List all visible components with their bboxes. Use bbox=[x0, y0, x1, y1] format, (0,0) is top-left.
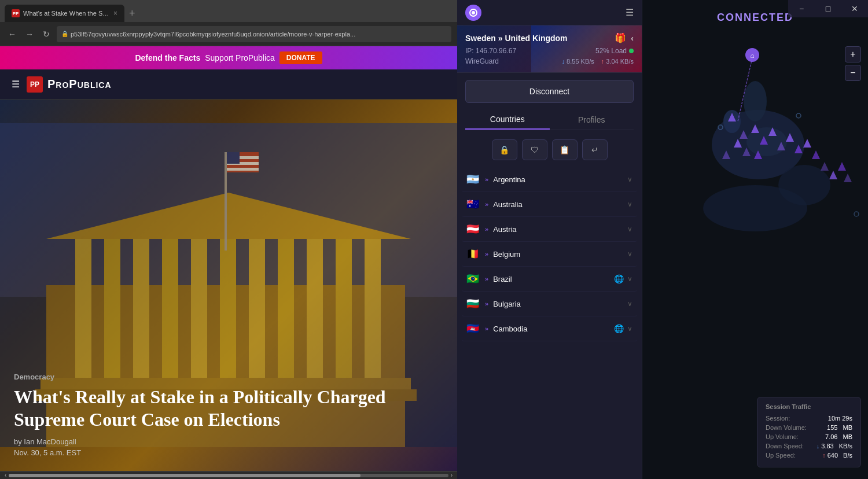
vpn-collapse-icon[interactable]: ‹ bbox=[631, 34, 634, 43]
country-bulgaria[interactable]: 🇧🇬 » Bulgaria ∨ bbox=[462, 292, 637, 316]
filter-shield-icon[interactable]: 🛡 bbox=[522, 139, 547, 160]
vpn-speed-down: ↓ 8.55 KB/s bbox=[562, 58, 594, 65]
tab-favicon: PP bbox=[12, 9, 20, 17]
down-speed-num: 3.83 bbox=[821, 443, 833, 449]
cambodia-globe-icon: 🌐 bbox=[614, 324, 624, 333]
country-austria[interactable]: 🇦🇹 » Austria ∨ bbox=[462, 217, 637, 242]
forward-button[interactable]: → bbox=[23, 28, 36, 40]
vpn-panel: ☰ Sweden » United Kingdom 🎁 ‹ IP: 146.70… bbox=[457, 0, 868, 479]
vpn-speeds: ↓ 8.55 KB/s ↑ 3.04 KB/s bbox=[562, 58, 634, 65]
country-arrows: » bbox=[485, 250, 488, 257]
svg-point-26 bbox=[744, 81, 767, 121]
argentina-name: Argentina bbox=[493, 175, 627, 184]
filter-list-icon[interactable]: 📋 bbox=[552, 139, 578, 160]
donate-button[interactable]: DONATE bbox=[279, 51, 322, 64]
tab-profiles[interactable]: Profiles bbox=[550, 110, 634, 130]
scroll-left-arrow[interactable]: ‹ bbox=[2, 472, 9, 478]
refresh-button[interactable]: ↻ bbox=[41, 28, 52, 40]
vpn-tab-switch: Countries Profiles bbox=[465, 110, 634, 130]
australia-name: Australia bbox=[493, 200, 627, 209]
up-volume-value: 7.06 MB bbox=[825, 433, 852, 440]
country-arrows: » bbox=[485, 226, 488, 233]
new-tab-button[interactable]: + bbox=[124, 5, 140, 22]
tab-countries[interactable]: Countries bbox=[465, 110, 550, 130]
austria-expand[interactable]: ∨ bbox=[627, 225, 632, 233]
up-speed-arrow: ↑ bbox=[822, 452, 826, 459]
australia-expand[interactable]: ∨ bbox=[627, 200, 632, 208]
propublica-header: ☰ PP ProPublica bbox=[0, 69, 457, 100]
up-speed-unit: B/s bbox=[843, 452, 852, 459]
country-belgium[interactable]: 🇧🇪 » Belgium ∨ bbox=[462, 242, 637, 267]
down-arrow-icon: ↓ bbox=[562, 58, 565, 65]
belgium-expand[interactable]: ∨ bbox=[627, 250, 632, 258]
vpn-ip-label: IP: 146.70.96.67 bbox=[465, 47, 516, 55]
country-arrows: » bbox=[485, 275, 488, 282]
svg-rect-21 bbox=[227, 168, 259, 171]
scroll-thumb[interactable] bbox=[9, 474, 360, 477]
maximize-button[interactable]: □ bbox=[815, 0, 841, 17]
belgium-flag: 🇧🇪 bbox=[466, 248, 480, 260]
vpn-menu-icon[interactable]: ☰ bbox=[626, 7, 634, 18]
down-speed-row: Down Speed: ↓ 3.83 KB/s bbox=[766, 443, 852, 449]
window-chrome: − □ ✕ bbox=[788, 0, 868, 17]
tab-title: What's at Stake When the Supr... bbox=[23, 10, 110, 17]
browser-tab[interactable]: PP What's at Stake When the Supr... × bbox=[5, 5, 124, 22]
country-arrows: » bbox=[485, 201, 488, 208]
article-title: What's Really at Stake in a Politically … bbox=[14, 386, 443, 430]
brazil-globe-icon: 🌐 bbox=[614, 274, 624, 283]
ip-label-text: IP: bbox=[465, 47, 474, 55]
country-cambodia[interactable]: 🇰🇭 » Cambodia 🌐 ∨ bbox=[462, 316, 637, 341]
belgium-name: Belgium bbox=[493, 250, 627, 259]
cambodia-name: Cambodia bbox=[493, 325, 614, 333]
argentina-expand[interactable]: ∨ bbox=[627, 175, 632, 183]
bulgaria-name: Bulgaria bbox=[493, 300, 627, 308]
url-box[interactable]: 🔒 p53lf57qovyuvwsc6xnrppyply3vtqm7l6pcob… bbox=[57, 26, 451, 42]
donate-banner: Defend the Facts Support ProPublica DONA… bbox=[0, 46, 457, 69]
svg-text:⌂: ⌂ bbox=[750, 51, 754, 60]
map-zoom-out[interactable]: − bbox=[845, 65, 861, 81]
down-volume-value: 155 MB bbox=[827, 424, 852, 431]
tab-bar: PP What's at Stake When the Supr... × + bbox=[0, 0, 457, 22]
propublica-logo[interactable]: PP ProPublica bbox=[27, 76, 112, 93]
up-volume-row: Up Volume: 7.06 MB bbox=[766, 433, 852, 440]
minimize-button[interactable]: − bbox=[788, 0, 815, 17]
down-volume-unit: MB bbox=[843, 424, 853, 431]
close-button[interactable]: ✕ bbox=[841, 0, 868, 17]
country-arrows: » bbox=[485, 325, 488, 332]
country-australia[interactable]: 🇦🇺 » Australia ∨ bbox=[462, 192, 637, 217]
back-button[interactable]: ← bbox=[6, 28, 19, 40]
vpn-speed-up: ↑ 3.04 KB/s bbox=[601, 58, 634, 65]
bulgaria-flag: 🇧🇬 bbox=[466, 297, 480, 310]
filter-icons: 🔒 🛡 📋 ↵ bbox=[457, 135, 642, 167]
filter-return-icon[interactable]: ↵ bbox=[582, 139, 608, 160]
scroll-track[interactable] bbox=[9, 474, 448, 477]
up-arrow-icon: ↑ bbox=[601, 58, 605, 65]
vpn-load-text: 52% Load bbox=[595, 47, 627, 55]
vpn-gift-icon[interactable]: 🎁 bbox=[615, 32, 626, 43]
up-speed-label: Up Speed: bbox=[766, 452, 796, 459]
cambodia-expand[interactable]: ∨ bbox=[627, 325, 632, 333]
tab-close-icon[interactable]: × bbox=[113, 9, 117, 17]
country-argentina[interactable]: 🇦🇷 » Argentina ∨ bbox=[462, 167, 637, 192]
session-traffic-panel: Session Traffic Session: 10m 29s Down Vo… bbox=[757, 397, 861, 467]
brazil-name: Brazil bbox=[493, 275, 614, 283]
map-zoom-in[interactable]: + bbox=[845, 46, 861, 62]
filter-all-icon[interactable]: 🔒 bbox=[492, 139, 517, 160]
brazil-flag: 🇧🇷 bbox=[466, 272, 480, 285]
menu-icon[interactable]: ☰ bbox=[12, 79, 20, 90]
map-controls: + − bbox=[845, 46, 861, 81]
country-brazil[interactable]: 🇧🇷 » Brazil 🌐 ∨ bbox=[462, 267, 637, 292]
vpn-header: ☰ bbox=[457, 0, 642, 25]
down-speed-arrow: ↓ bbox=[816, 443, 820, 449]
up-volume-num: 7.06 bbox=[825, 433, 837, 440]
disconnect-button[interactable]: Disconnect bbox=[465, 80, 634, 103]
scroll-right-arrow[interactable]: › bbox=[448, 472, 455, 478]
brazil-expand[interactable]: ∨ bbox=[627, 275, 632, 283]
connected-status: CONNECTED bbox=[717, 12, 793, 24]
horizontal-scrollbar[interactable]: ‹ › bbox=[0, 471, 457, 479]
vpn-connection-info: Sweden » United Kingdom 🎁 ‹ IP: 146.70.9… bbox=[457, 25, 642, 73]
session-label: Session: bbox=[766, 415, 790, 422]
bulgaria-expand[interactable]: ∨ bbox=[627, 300, 632, 308]
australia-flag: 🇦🇺 bbox=[466, 198, 480, 211]
austria-name: Austria bbox=[493, 225, 627, 234]
